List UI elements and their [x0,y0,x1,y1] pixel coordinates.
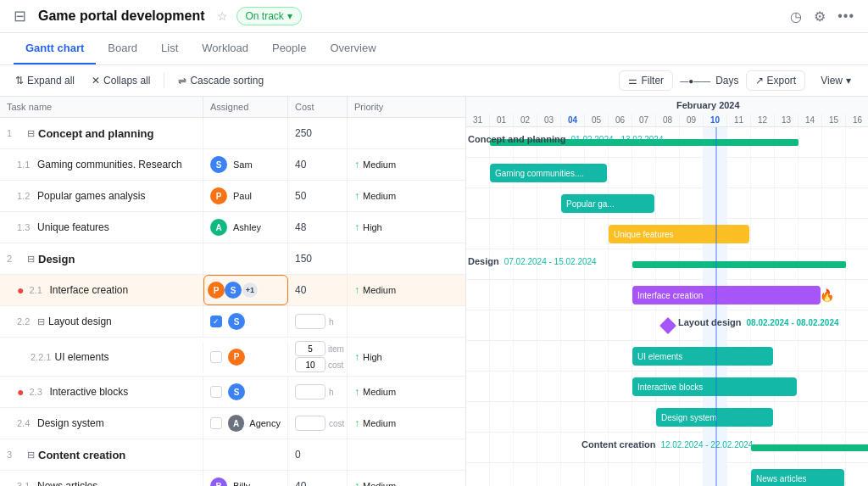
cost-cell: 150 [288,243,348,274]
gantt-bar[interactable]: Unique features [609,225,749,243]
alert-icon: ● [17,283,24,297]
tab-workload[interactable]: Workload [190,33,260,64]
history-icon[interactable]: ◷ [790,8,802,25]
settings-icon[interactable]: ⚙ [814,8,826,25]
gantt-cell [490,188,514,219]
gantt-cell [751,219,775,249]
more-icon[interactable]: ••• [837,8,854,24]
priority-cell: ↑ Medium [348,408,424,439]
gantt-bar[interactable]: Design system [656,408,773,427]
alert-icon: ● [17,385,24,399]
view-button[interactable]: View ▾ [812,71,860,90]
section-expand-icon[interactable]: ⊟ [27,254,35,265]
gantt-row: News articles [466,463,868,486]
gantt-cell [466,280,490,310]
star-icon[interactable]: ☆ [217,9,228,23]
collapse-all-button[interactable]: ✕ Collaps all [85,71,157,90]
cost-cell: 40 [288,275,348,305]
gantt-cell [561,310,585,341]
cost-input[interactable] [295,384,326,399]
gantt-cell [632,158,656,188]
tab-list[interactable]: List [149,33,190,64]
task-name-cell: ● 2.3 Interactive blocks [0,377,203,407]
priority-cell: ↑ High [348,212,424,243]
gantt-bar[interactable]: Gaming communities.... [490,164,607,182]
export-icon: ↗ [755,75,764,87]
table-row: 2.4 Design system A Agency cost ↑ Medium [0,408,465,439]
tab-board[interactable]: Board [96,33,149,64]
filter-button[interactable]: ⚌ Filter [619,70,673,91]
gantt-section-label: Concept and planning01.02.2024 - 13.02.2… [468,134,663,144]
gantt-bar[interactable]: Interactive blocks [632,377,797,396]
table-row: ● 2.3 Interactive blocks S h ↑ Medium [0,377,465,408]
status-badge[interactable]: On track ▾ [236,7,302,25]
gantt-bar[interactable]: News articles [751,469,844,486]
task-name-cell: 3 ⊟ Content creation [0,439,203,470]
gantt-cell [585,219,609,249]
gantt-bar[interactable]: Interface creation🔥 [632,286,821,304]
gantt-row: Content creation12.02.2024 - 22.02.2024 [466,433,868,463]
status-label: On track [246,10,284,22]
checkbox[interactable] [210,351,222,363]
gantt-cell [632,310,656,341]
milestone-label: Layout design08.02.2024 - 08.02.2024 [678,317,839,327]
table-row: 2.2 ⊟ Layout design ✓ S h [0,306,465,338]
gantt-cell [490,280,514,310]
gantt-cell [490,463,514,487]
gantt-cell [537,341,561,371]
gantt-bar[interactable]: Popular ga... [561,194,654,213]
expand-all-button[interactable]: ⇅ Expand all [8,71,81,90]
gantt-cell [822,188,846,219]
gantt-cell [537,188,561,219]
gantt-row: Concept and planning01.02.2024 - 13.02.2… [466,127,868,158]
cascade-sorting-button[interactable]: ⇌ Cascade sorting [171,71,270,90]
task-name-cell: ● 2.1 Interface creation [0,275,203,305]
gantt-row: Popular ga... [466,188,868,219]
cost-input-cost[interactable] [295,357,326,372]
gantt-cell [846,341,868,371]
cost-input[interactable] [295,314,326,329]
gantt-days-row: 31 01 02 03 04 05 06 07 08 09 10 11 12 1… [466,114,868,126]
tab-people[interactable]: People [260,33,318,64]
sort-icon: ⇌ [178,75,186,87]
checkbox[interactable]: ✓ [210,316,222,327]
gantt-cell [704,188,727,219]
gantt-cell [466,188,490,219]
section-expand-icon[interactable]: ⊟ [27,450,35,461]
table-row: 3 ⊟ Content creation 0 [0,439,465,471]
top-bar: ⊟ Game portal development ☆ On track ▾ ◷… [0,0,868,33]
table-row: 1.2 Popular games analysis P Paul 50 ↑ M… [0,181,465,212]
gantt-day: 08 [656,114,680,126]
gantt-cell [609,341,632,371]
gantt-cell [704,158,727,188]
gantt-cell [656,158,680,188]
checkbox[interactable] [210,386,222,398]
gantt-cell [537,219,561,249]
cost-input-item[interactable] [295,341,326,356]
assigned-cell [203,243,288,274]
checkbox[interactable] [210,417,222,429]
gantt-day: 06 [609,114,632,126]
task-name-cell: 2.2.1 UI elements [0,342,203,372]
section-expand-icon[interactable]: ⊟ [37,316,45,327]
gantt-day: 01 [490,114,514,126]
gantt-cell [775,158,798,188]
cost-cell: 40 [288,149,348,180]
tab-overview[interactable]: Overview [318,33,387,64]
export-button[interactable]: ↗ Export [746,70,806,91]
cost-input[interactable] [295,416,326,431]
priority-cell [348,243,424,274]
avatar: P [210,187,227,204]
gantt-bar[interactable]: UI elements [632,347,773,366]
th-assigned: Assigned [203,97,288,117]
view-label: View [821,75,843,87]
gantt-cell [822,219,846,249]
cost-cell: 40 [288,471,348,486]
project-icon: ⊟ [14,7,26,25]
gantt-cell [609,249,632,280]
tab-gantt-chart[interactable]: Gantt chart [14,33,96,64]
section-expand-icon[interactable]: ⊟ [27,128,35,139]
gantt-cell [798,219,822,249]
assigned-cell: A Agency [203,408,288,439]
gantt-cell [775,188,798,219]
